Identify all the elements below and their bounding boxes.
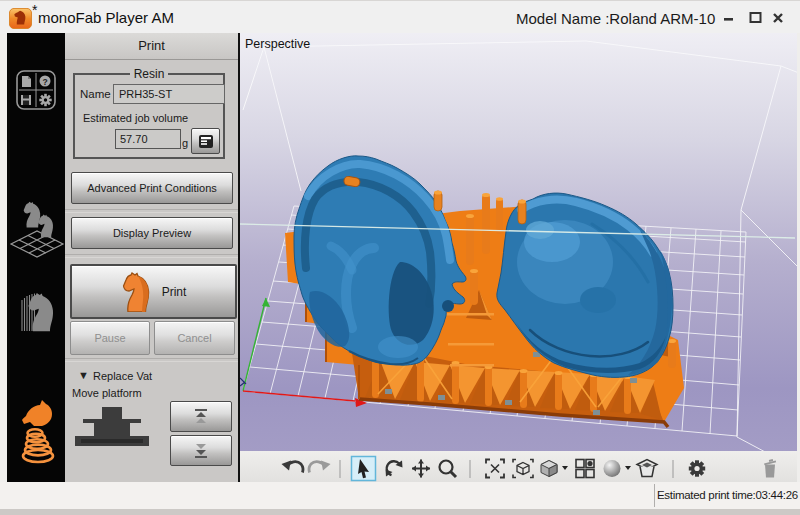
svg-text:Perspective: Perspective bbox=[245, 37, 310, 51]
svg-text:?: ? bbox=[42, 77, 47, 87]
